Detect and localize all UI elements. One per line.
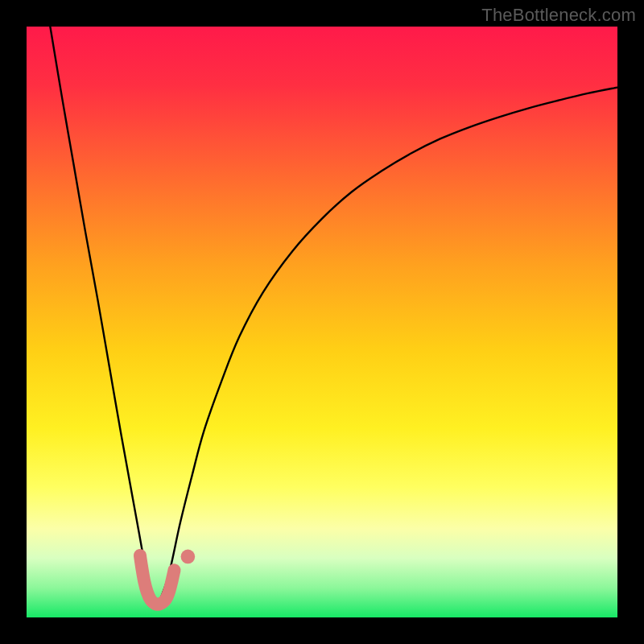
chart-svg [27,27,617,617]
gradient-background [27,27,617,617]
plot-area [27,27,617,617]
watermark-text: TheBottleneck.com [481,5,636,26]
chart-frame: TheBottleneck.com [0,0,644,644]
dot-marker-icon [181,550,196,564]
